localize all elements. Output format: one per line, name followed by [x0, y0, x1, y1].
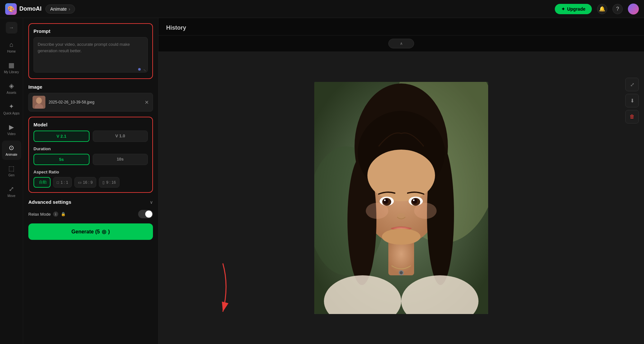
sidebar-item-label: Gen	[8, 173, 14, 177]
svg-point-23	[366, 203, 388, 219]
svg-point-12	[367, 150, 435, 201]
aspect-ratio-title: Aspect Ratio	[33, 170, 148, 174]
advanced-title: Advanced settings	[28, 199, 71, 205]
svg-point-18	[412, 199, 417, 204]
animate-icon: ⊙	[9, 144, 14, 152]
duration-title: Duration	[33, 146, 148, 151]
aspect-1-1-button[interactable]: □ 1 : 1	[53, 177, 72, 188]
svg-point-21	[397, 213, 405, 218]
relax-mode-label: Relax Mode	[28, 212, 51, 217]
notification-icon[interactable]: 🔔	[597, 4, 607, 14]
relax-mode-toggle[interactable]	[138, 210, 153, 218]
collapse-handle[interactable]: ∧	[388, 39, 414, 48]
sidebar-item-assets[interactable]: ◈ Assets	[2, 79, 21, 98]
image-section: Image 2025-02-26_10-39-58.jpeg ✕	[28, 84, 153, 112]
advanced-settings-section: Advanced settings ∨ Relax Mode ℹ 🔒	[28, 198, 153, 218]
aspect-9-16-button[interactable]: ▯ 9 : 16	[99, 177, 119, 188]
video-icon: ▶	[9, 123, 14, 131]
quick-apps-icon: ✦	[9, 103, 14, 110]
svg-point-1	[36, 97, 42, 104]
svg-rect-7	[388, 240, 414, 275]
animate-badge[interactable]: Animate ›	[45, 5, 75, 14]
main-layout: → ⌂ Home ▦ My Library ◈ Assets ✦ Quick A…	[0, 18, 644, 344]
assets-icon: ◈	[9, 82, 14, 90]
aspect-1-1-label: 1 : 1	[61, 180, 68, 185]
model-duration-aspect-section: Model V 2.1 V 1.0 Duration 5s 10s Aspect…	[28, 117, 153, 193]
aspect-auto-button[interactable]: 自動	[33, 177, 51, 188]
generate-coin-icon: ◎	[102, 229, 106, 235]
advanced-chevron-icon: ∨	[150, 200, 153, 205]
landscape-icon: ▭	[78, 180, 81, 185]
toggle-knob	[145, 211, 152, 218]
prompt-wrapper: ⤡	[33, 37, 148, 74]
sidebar-item-label: Video	[7, 132, 15, 136]
prompt-input[interactable]	[33, 37, 148, 73]
resize-handle[interactable]: ⤡	[143, 68, 146, 72]
sidebar: → ⌂ Home ▦ My Library ◈ Assets ✦ Quick A…	[0, 18, 23, 344]
download-button[interactable]: ⬇	[625, 94, 639, 107]
preview-area: ⤢ ⬇ 🗑	[158, 52, 644, 344]
aspect-16-9-button[interactable]: ▭ 16 : 9	[74, 177, 96, 188]
chevron-icon: ›	[69, 6, 70, 12]
prompt-title: Prompt	[33, 28, 148, 34]
sidebar-item-quick-apps[interactable]: ✦ Quick Apps	[2, 99, 21, 119]
help-icon[interactable]: ?	[612, 4, 623, 14]
portrait-icon: ▯	[102, 180, 105, 185]
lock-icon[interactable]: 🔒	[61, 212, 66, 216]
sidebar-item-move[interactable]: ⤢ Move	[2, 182, 21, 201]
svg-point-22	[382, 229, 421, 245]
upgrade-icon: ✦	[561, 6, 565, 12]
generate-label: Generate (5	[71, 229, 100, 235]
sidebar-item-animate[interactable]: ⊙ Animate	[2, 141, 21, 160]
duration-5s-button[interactable]: 5s	[33, 154, 90, 165]
history-header: History	[158, 18, 644, 35]
sidebar-item-label: Quick Apps	[3, 112, 20, 115]
upgrade-button[interactable]: ✦ Upgrade	[555, 4, 592, 14]
sidebar-item-label: Home	[7, 50, 16, 54]
svg-point-28	[400, 271, 403, 274]
sidebar-item-home[interactable]: ⌂ Home	[2, 37, 21, 57]
library-icon: ▦	[8, 61, 14, 69]
svg-point-24	[414, 203, 437, 219]
duration-options: 5s 10s	[33, 154, 148, 165]
gen-icon: ⬚	[8, 164, 14, 172]
logo: 🎨 DomoAI	[5, 3, 42, 15]
move-icon: ⤢	[9, 185, 14, 193]
model-title: Model	[33, 122, 148, 127]
logo-text: DomoAI	[19, 5, 42, 12]
delete-button[interactable]: 🗑	[625, 110, 639, 123]
right-tools: ⤢ ⬇ 🗑	[625, 78, 639, 123]
model-options: V 2.1 V 1.0	[33, 131, 148, 142]
home-icon: ⌂	[9, 41, 13, 48]
square-icon: □	[57, 180, 59, 185]
sidebar-item-gen[interactable]: ⬚ Gen	[2, 161, 21, 181]
sidebar-item-my-library[interactable]: ▦ My Library	[2, 58, 21, 77]
svg-point-20	[413, 200, 415, 201]
image-upload-row: 2025-02-26_10-39-58.jpeg ✕	[28, 93, 153, 112]
collapse-icon: ∧	[400, 41, 403, 46]
generate-suffix: )	[108, 229, 110, 235]
advanced-header[interactable]: Advanced settings ∨	[28, 198, 153, 206]
sidebar-item-video[interactable]: ▶ Video	[2, 120, 21, 139]
aspect-9-16-label: 9 : 16	[106, 180, 116, 185]
relax-info-icon[interactable]: ℹ	[53, 211, 58, 217]
aspect-ratio-options: 自動 □ 1 : 1 ▭ 16 : 9 ▯ 9 : 16	[33, 177, 148, 188]
model-v21-button[interactable]: V 2.1	[33, 131, 90, 142]
image-remove-button[interactable]: ✕	[145, 99, 149, 105]
svg-point-19	[384, 200, 386, 201]
model-v10-button[interactable]: V 1.0	[93, 131, 148, 142]
duration-10s-button[interactable]: 10s	[93, 154, 148, 165]
sidebar-item-label: My Library	[4, 70, 19, 74]
generate-button[interactable]: Generate (5 ◎ )	[28, 223, 153, 240]
sidebar-collapse-button[interactable]: →	[6, 22, 17, 34]
svg-point-17	[383, 199, 388, 204]
expand-button[interactable]: ⤢	[625, 78, 639, 91]
animate-label: Animate	[50, 6, 67, 12]
topbar-right: ✦ Upgrade 🔔 ?	[555, 4, 639, 15]
left-panel: Prompt ⤡ Image 2025-02-26_10-39-58.jpeg	[23, 18, 158, 344]
avatar[interactable]	[628, 4, 639, 15]
portrait-image	[314, 82, 488, 314]
aspect-auto-label: 自動	[39, 180, 47, 185]
image-title: Image	[28, 84, 153, 90]
logo-icon: 🎨	[5, 3, 17, 15]
